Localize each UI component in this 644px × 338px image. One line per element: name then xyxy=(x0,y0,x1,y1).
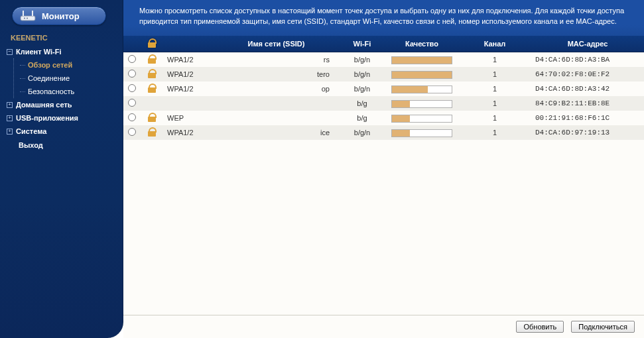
nav-item-home-network[interactable]: + Домашняя сеть xyxy=(7,98,120,111)
monitor-tab[interactable]: Монитор xyxy=(12,7,106,25)
row-channel: 1 xyxy=(458,125,531,140)
row-quality xyxy=(385,125,458,140)
row-wifi-standard: b/g/n xyxy=(339,125,385,140)
row-select-radio[interactable] xyxy=(128,128,136,136)
quality-bar xyxy=(391,115,452,123)
row-security: WPA1/2 xyxy=(163,82,214,96)
nav-leaf-overview[interactable]: Обзор сетей xyxy=(20,58,120,72)
row-mac: D4:CA:6D:8D:A3:42 xyxy=(531,82,644,96)
lock-icon xyxy=(148,84,156,93)
row-lock-cell xyxy=(141,67,163,82)
row-ssid: op xyxy=(214,82,339,96)
row-wifi-standard: b/g/n xyxy=(339,67,385,82)
lock-icon xyxy=(148,127,156,137)
table-row[interactable]: WPA1/2opb/g/n1D4:CA:6D:8D:A3:42 xyxy=(123,82,644,96)
row-wifi-standard: b/g xyxy=(339,96,385,111)
col-header-mac: MAC-адрес xyxy=(531,36,644,52)
row-mac: 84:C9:B2:11:EB:8E xyxy=(531,96,644,111)
brand-label: KEENETIC xyxy=(7,30,120,45)
row-security xyxy=(163,96,214,111)
table-row[interactable]: WPA1/2iceb/g/n1D4:CA:6D:97:19:13 xyxy=(123,125,644,140)
collapse-icon: − xyxy=(7,49,13,55)
nav-item-usb-apps[interactable]: + USB-приложения xyxy=(7,111,120,125)
nav-exit[interactable]: Выход xyxy=(7,138,120,151)
nav-item-wifi-client[interactable]: − Клиент Wi-Fi xyxy=(7,45,120,58)
row-select-radio[interactable] xyxy=(128,55,136,63)
expand-icon: + xyxy=(7,102,13,108)
row-lock-cell xyxy=(141,125,163,140)
row-mac: 00:21:91:68:F6:1C xyxy=(531,111,644,125)
row-select-cell xyxy=(123,125,141,140)
row-quality xyxy=(385,67,458,82)
row-wifi-standard: b/g/n xyxy=(339,52,385,68)
row-lock-cell xyxy=(141,52,163,68)
row-select-cell xyxy=(123,96,141,111)
networks-table: Имя сети (SSID) Wi-Fi Качество Канал MAC… xyxy=(123,36,644,140)
row-ssid: rs xyxy=(214,52,339,68)
row-ssid xyxy=(214,96,339,111)
row-ssid xyxy=(214,111,339,125)
nav-menu: KEENETIC − Клиент Wi-Fi Обзор сетей Соед… xyxy=(0,29,123,158)
row-select-cell xyxy=(123,52,141,68)
quality-bar xyxy=(391,100,452,108)
row-channel: 1 xyxy=(458,82,531,96)
row-lock-cell xyxy=(141,82,163,96)
row-ssid: tero xyxy=(214,67,339,82)
row-quality xyxy=(385,111,458,125)
table-row[interactable]: WPA1/2rsb/g/n1D4:CA:6D:8D:A3:BA xyxy=(123,52,644,68)
row-select-cell xyxy=(123,67,141,82)
table-row[interactable]: WEPb/g100:21:91:68:F6:1C xyxy=(123,111,644,125)
table-row[interactable]: b/g184:C9:B2:11:EB:8E xyxy=(123,96,644,111)
col-header-quality: Качество xyxy=(385,36,458,52)
row-select-cell xyxy=(123,111,141,125)
row-lock-cell xyxy=(141,96,163,111)
refresh-button[interactable]: Обновить xyxy=(516,321,564,333)
row-select-radio[interactable] xyxy=(128,70,136,78)
col-header-security xyxy=(163,36,214,52)
row-channel: 1 xyxy=(458,111,531,125)
page-description: Можно просмотреть список доступных в нас… xyxy=(123,0,644,36)
row-select-cell xyxy=(123,82,141,96)
row-select-radio[interactable] xyxy=(128,113,136,121)
row-security: WPA1/2 xyxy=(163,125,214,140)
footer-bar: Обновить Подключиться xyxy=(123,315,644,338)
row-wifi-standard: b/g/n xyxy=(339,82,385,96)
connect-button[interactable]: Подключиться xyxy=(571,321,635,333)
router-icon xyxy=(19,10,36,22)
lock-icon xyxy=(148,38,156,48)
col-header-ssid: Имя сети (SSID) xyxy=(214,36,339,52)
row-select-radio[interactable] xyxy=(128,99,136,107)
row-lock-cell xyxy=(141,111,163,125)
row-ssid: ice xyxy=(214,125,339,140)
row-channel: 1 xyxy=(458,52,531,68)
sidebar: Монитор KEENETIC − Клиент Wi-Fi Обзор се… xyxy=(0,0,123,338)
row-quality xyxy=(385,52,458,68)
col-header-lock xyxy=(141,36,163,52)
row-security: WPA1/2 xyxy=(163,67,214,82)
row-security: WPA1/2 xyxy=(163,52,214,68)
row-quality xyxy=(385,82,458,96)
nav-item-system[interactable]: + Система xyxy=(7,125,120,138)
monitor-tab-label: Монитор xyxy=(42,11,80,21)
col-header-channel: Канал xyxy=(458,36,531,52)
quality-bar xyxy=(391,71,452,79)
svg-point-4 xyxy=(27,18,28,19)
nav-branch-wifi-client: Обзор сетей Соединение Безопасность xyxy=(7,58,120,98)
row-wifi-standard: b/g xyxy=(339,111,385,125)
col-header-radio xyxy=(123,36,141,52)
col-header-wifi: Wi-Fi xyxy=(339,36,385,52)
row-channel: 1 xyxy=(458,96,531,111)
svg-point-3 xyxy=(24,18,25,19)
expand-icon: + xyxy=(7,115,13,121)
quality-bar xyxy=(391,129,452,137)
main-panel: Можно просмотреть список доступных в нас… xyxy=(123,0,644,338)
networks-table-wrap: Имя сети (SSID) Wi-Fi Качество Канал MAC… xyxy=(123,36,644,315)
lock-icon xyxy=(148,54,156,64)
quality-bar xyxy=(391,56,452,64)
nav-leaf-connection[interactable]: Соединение xyxy=(20,72,120,85)
lock-icon xyxy=(148,113,156,122)
expand-icon: + xyxy=(7,129,13,135)
table-row[interactable]: WPA1/2terob/g/n164:70:02:F8:0E:F2 xyxy=(123,67,644,82)
nav-leaf-security[interactable]: Безопасность xyxy=(20,85,120,98)
row-select-radio[interactable] xyxy=(128,84,136,92)
